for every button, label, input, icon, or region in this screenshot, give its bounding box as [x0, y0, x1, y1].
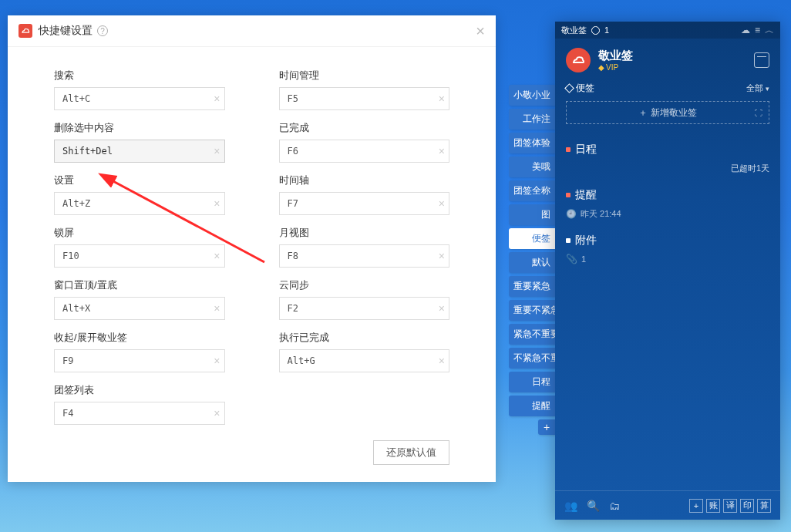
category-tag[interactable]: 提醒 — [509, 396, 555, 416]
shortcut-input[interactable] — [54, 244, 225, 268]
clear-icon[interactable]: × — [439, 302, 445, 315]
category-tag[interactable]: 美哦 — [509, 157, 555, 177]
vip-badge: VIP — [598, 63, 633, 72]
menu-icon[interactable]: ≡ — [755, 25, 760, 35]
shortcut-input[interactable] — [279, 87, 450, 110]
shortcut-input[interactable] — [279, 297, 450, 320]
tab-notes[interactable]: 便签 — [566, 82, 594, 95]
shortcut-label: 执行已完成 — [279, 331, 450, 345]
category-tag[interactable]: 重要紧急 — [509, 276, 555, 297]
shortcut-label: 月视图 — [279, 226, 450, 240]
schedule-status: 已超时1天 — [566, 163, 769, 174]
category-tag[interactable]: 重要不紧急 — [509, 300, 555, 321]
section-remind[interactable]: 提醒 — [566, 188, 769, 202]
shortcut-label: 窗口置顶/置底 — [54, 278, 225, 292]
shortcut-input[interactable] — [54, 192, 225, 215]
clear-icon[interactable]: × — [214, 197, 220, 210]
clear-icon[interactable]: × — [214, 93, 220, 105]
footer-tool-button[interactable]: 印 — [740, 499, 754, 513]
app-name: 敬业签 — [598, 49, 633, 63]
red-dot-icon — [566, 193, 571, 197]
shortcut-input[interactable] — [54, 140, 225, 163]
dialog-header: 快捷键设置 ? × — [8, 15, 496, 47]
category-tag[interactable]: 图 — [509, 204, 555, 225]
dialog-logo-icon — [19, 24, 32, 38]
shortcut-label: 时间管理 — [279, 69, 450, 82]
sidebar-footer: 👥 🔍 🗂 +账译印算 — [555, 490, 780, 520]
titlebar-badge: 1 — [604, 25, 609, 35]
shortcut-column-left: 搜索×删除选中内容×设置×锁屏×窗口置顶/置底×收起/展开敬业签×团签列表× — [54, 62, 225, 425]
shortcut-label: 云同步 — [279, 278, 450, 292]
app-sidebar: 敬业签 1 ☁ ≡ ︿ 敬业签 VIP 便签 全部 ＋ 新增敬业签 ⛶ 日程 已… — [555, 22, 780, 520]
shortcut-input[interactable] — [279, 192, 450, 215]
shortcut-input[interactable] — [54, 349, 225, 372]
white-dot-icon — [566, 238, 571, 243]
category-tag[interactable]: 默认 — [509, 252, 555, 273]
clear-icon[interactable]: × — [439, 145, 445, 157]
clear-icon[interactable]: × — [214, 355, 220, 367]
attachment-count: 📎 1 — [566, 254, 769, 264]
dialog-title: 快捷键设置 — [39, 24, 93, 38]
expand-icon: ⛶ — [755, 109, 762, 117]
diamond-icon — [564, 83, 574, 93]
clear-icon[interactable]: × — [439, 355, 445, 367]
shortcut-input[interactable] — [279, 140, 450, 163]
category-tag[interactable]: 不紧急不重要 — [509, 348, 555, 369]
add-note-button[interactable]: ＋ 新增敬业签 ⛶ — [566, 101, 769, 124]
clock-icon: 🕘 — [566, 209, 577, 219]
sidebar-header: 敬业签 VIP — [555, 39, 780, 82]
shortcut-label: 删除选中内容 — [54, 121, 225, 135]
shortcut-input[interactable] — [54, 402, 225, 425]
search-icon[interactable]: 🔍 — [587, 500, 600, 512]
category-tag[interactable]: 紧急不重要 — [509, 324, 555, 345]
category-tag[interactable]: 团签体验 — [509, 133, 555, 153]
contacts-icon[interactable]: 👥 — [564, 500, 577, 512]
shortcut-input[interactable] — [279, 244, 450, 268]
clear-icon[interactable]: × — [439, 93, 445, 105]
shortcut-label: 团签列表 — [54, 383, 225, 397]
shortcut-input[interactable] — [54, 87, 225, 110]
shortcut-settings-dialog: 快捷键设置 ? × 搜索×删除选中内容×设置×锁屏×窗口置顶/置底×收起/展开敬… — [8, 15, 496, 482]
footer-tool-button[interactable]: + — [689, 499, 703, 513]
shortcut-column-right: 时间管理×已完成×时间轴×月视图×云同步×执行已完成× — [279, 62, 450, 425]
sidebar-tabs: 便签 全部 — [555, 82, 780, 101]
category-tag[interactable]: 便签 — [509, 228, 555, 249]
clear-icon[interactable]: × — [439, 250, 445, 262]
app-logo — [566, 48, 591, 72]
close-icon[interactable]: × — [476, 23, 485, 39]
calendar-icon[interactable] — [754, 52, 769, 68]
shortcut-label: 搜索 — [54, 69, 225, 82]
category-tag[interactable]: 团签全称 — [509, 180, 555, 201]
titlebar-app-name: 敬业签 — [561, 25, 587, 36]
category-tag[interactable]: 小敬小业 — [509, 85, 555, 106]
clear-icon[interactable]: × — [214, 250, 220, 262]
category-tag[interactable]: 日程 — [509, 372, 555, 392]
shortcut-label: 锁屏 — [54, 226, 225, 240]
collapse-icon[interactable]: ︿ — [765, 24, 774, 37]
archive-icon[interactable]: 🗂 — [609, 500, 620, 512]
shortcut-label: 收起/展开敬业签 — [54, 331, 225, 345]
clear-icon[interactable]: × — [439, 197, 445, 210]
footer-tool-button[interactable]: 账 — [706, 499, 720, 513]
section-attachment[interactable]: 附件 — [566, 234, 769, 247]
sidebar-titlebar: 敬业签 1 ☁ ≡ ︿ — [555, 22, 780, 39]
footer-tool-button[interactable]: 译 — [723, 499, 737, 513]
cloud-icon[interactable]: ☁ — [741, 25, 750, 35]
help-icon[interactable]: ? — [97, 25, 108, 36]
clear-icon[interactable]: × — [214, 145, 220, 157]
clear-icon[interactable]: × — [214, 407, 220, 419]
clear-icon[interactable]: × — [214, 302, 220, 315]
filter-all[interactable]: 全部 — [746, 82, 769, 94]
red-dot-icon — [566, 147, 571, 152]
bell-icon[interactable] — [591, 26, 600, 35]
shortcut-label: 设置 — [54, 173, 225, 187]
restore-defaults-button[interactable]: 还原默认值 — [373, 440, 449, 465]
category-tag[interactable]: 工作注 — [509, 109, 555, 130]
footer-tool-button[interactable]: 算 — [757, 499, 771, 513]
shortcut-input[interactable] — [54, 297, 225, 320]
section-schedule[interactable]: 日程 — [566, 143, 769, 157]
paperclip-icon: 📎 — [566, 254, 577, 264]
add-category-button[interactable]: + — [538, 419, 555, 435]
shortcut-input[interactable] — [279, 349, 450, 372]
shortcut-label: 时间轴 — [279, 173, 450, 187]
